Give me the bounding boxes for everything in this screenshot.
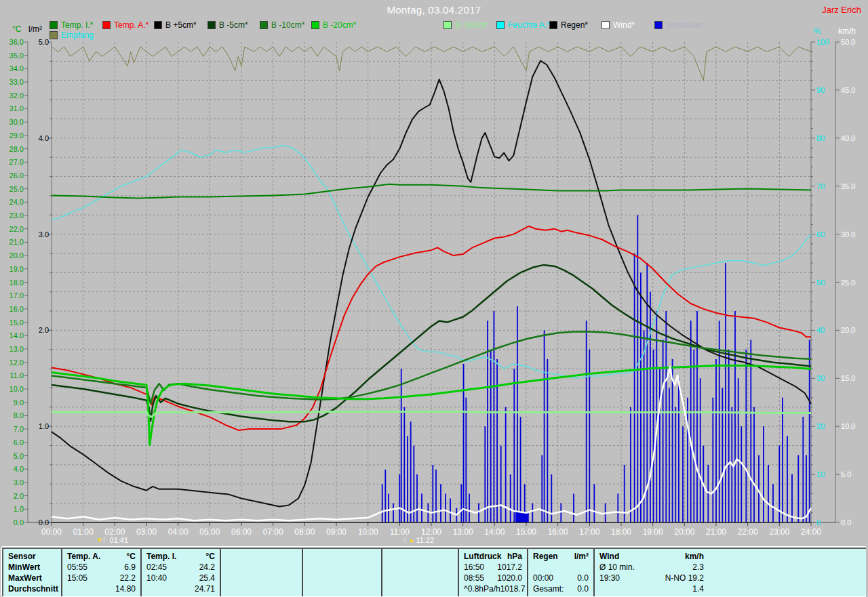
svg-text:03:00: 03:00 xyxy=(136,527,157,537)
svg-text:21.0: 21.0 xyxy=(9,238,24,246)
stat-value: 1020.0 xyxy=(497,573,522,583)
stat-value: 22.2 xyxy=(120,573,136,583)
stat-value: 0.0 xyxy=(577,583,589,594)
svg-text:18.0: 18.0 xyxy=(9,279,24,287)
svg-text:35.0: 35.0 xyxy=(841,182,855,190)
svg-text:1.0: 1.0 xyxy=(39,422,49,430)
col-unit: °C xyxy=(206,551,215,562)
svg-text:45.0: 45.0 xyxy=(841,86,855,94)
svg-text:15:00: 15:00 xyxy=(516,527,536,537)
col-header: Wind xyxy=(599,551,619,562)
stats-col-empty-3 xyxy=(381,549,458,596)
svg-text:8.0: 8.0 xyxy=(14,411,24,419)
svg-text:100: 100 xyxy=(816,38,829,46)
col-header: Temp. I. xyxy=(146,551,176,562)
svg-text:3.0: 3.0 xyxy=(39,230,49,239)
svg-text:15.0: 15.0 xyxy=(841,374,855,382)
svg-text:06:00: 06:00 xyxy=(231,527,252,537)
col-header: Regen xyxy=(533,551,558,562)
stat-value: 0.0 xyxy=(577,573,589,583)
stats-col-regen: Regenl/m²00:000.0Gesamt:0.0 xyxy=(527,549,593,596)
col-header: Luftdruck xyxy=(464,551,501,562)
stat-time: 19:30 xyxy=(599,573,620,583)
svg-text:4.0: 4.0 xyxy=(39,134,49,142)
svg-text:31.0: 31.0 xyxy=(9,104,24,112)
stat-value: 6.9 xyxy=(124,562,136,573)
svg-text:15.0: 15.0 xyxy=(9,318,24,327)
svg-text:50: 50 xyxy=(816,279,825,287)
stats-table: SensorMinWertMaxWertDurchschnittTemp. A.… xyxy=(2,548,866,596)
svg-text:07:00: 07:00 xyxy=(263,527,283,537)
weather-station-app: Montag, 03.04.2017 Jarz Erich Temp. I.*T… xyxy=(0,0,868,597)
col-unit: °C xyxy=(127,551,136,562)
svg-text:29.0: 29.0 xyxy=(9,131,24,140)
stat-time: 16:50 xyxy=(464,562,484,573)
svg-text:14:00: 14:00 xyxy=(484,527,505,537)
svg-text:4.0: 4.0 xyxy=(14,465,24,473)
svg-text:90: 90 xyxy=(816,86,825,94)
svg-text:23.0: 23.0 xyxy=(9,211,24,220)
col-header: Temp. A. xyxy=(67,551,100,562)
svg-text:40.0: 40.0 xyxy=(841,134,855,142)
svg-text:13:00: 13:00 xyxy=(453,527,473,537)
svg-text:36.0: 36.0 xyxy=(9,38,24,46)
stat-time: 02:45 xyxy=(146,562,167,573)
svg-text:32.0: 32.0 xyxy=(9,91,24,100)
svg-text:30: 30 xyxy=(816,374,825,382)
stats-row-labels: SensorMinWertMaxWertDurchschnitt xyxy=(3,549,61,596)
svg-text:0.0: 0.0 xyxy=(841,518,851,527)
svg-text:05:00: 05:00 xyxy=(199,527,220,537)
svg-text:0.0: 0.0 xyxy=(14,518,24,527)
marker-time: 11:22 xyxy=(416,536,434,544)
svg-text:12:00: 12:00 xyxy=(421,527,441,537)
svg-text:04:00: 04:00 xyxy=(168,527,189,537)
svg-text:21:00: 21:00 xyxy=(706,527,726,537)
stats-col-wind: Windkm/hØ 10 min.2.319:30N-NO 19.21.4 xyxy=(593,549,863,596)
svg-text:00:00: 00:00 xyxy=(41,527,62,537)
svg-text:12.0: 12.0 xyxy=(9,358,24,367)
col-unit: hPa xyxy=(507,551,522,562)
svg-text:01:00: 01:00 xyxy=(73,527,94,537)
svg-text:60: 60 xyxy=(816,230,825,239)
svg-text:02:00: 02:00 xyxy=(104,527,125,537)
stats-col-empty-1 xyxy=(220,549,302,596)
svg-text:14.0: 14.0 xyxy=(9,331,24,339)
svg-text:2.0: 2.0 xyxy=(14,492,24,500)
svg-text:33.0: 33.0 xyxy=(9,78,24,86)
stat-time: 05:55 xyxy=(67,562,87,573)
svg-text:08:00: 08:00 xyxy=(294,527,315,537)
svg-text:10.0: 10.0 xyxy=(9,385,24,393)
svg-text:17.0: 17.0 xyxy=(9,291,24,300)
svg-text:23:00: 23:00 xyxy=(769,527,789,537)
row-label: MaxWert xyxy=(3,573,61,583)
svg-text:19:00: 19:00 xyxy=(643,527,663,537)
moonset-marker: ▼☾01:41 xyxy=(97,536,129,544)
svg-text:50.0: 50.0 xyxy=(841,38,855,46)
stat-value: 1018.7 xyxy=(500,583,526,594)
stat-value: 14.80 xyxy=(115,583,136,594)
stat-value: 24.2 xyxy=(199,562,215,573)
svg-text:26.0: 26.0 xyxy=(9,171,24,180)
svg-text:40: 40 xyxy=(816,326,825,334)
arrow-down-icon: ▼☾ xyxy=(97,537,108,543)
stat-time: 15:05 xyxy=(67,573,87,583)
svg-text:5.0: 5.0 xyxy=(39,38,49,46)
svg-text:25.0: 25.0 xyxy=(841,279,855,287)
stat-value: 2.3 xyxy=(692,562,704,573)
svg-text:28.0: 28.0 xyxy=(9,145,24,153)
svg-text:18:00: 18:00 xyxy=(611,527,631,537)
row-label: Sensor xyxy=(3,551,61,562)
svg-text:24:00: 24:00 xyxy=(801,527,821,537)
svg-text:35.0: 35.0 xyxy=(9,52,24,60)
moonrise-marker: ☾▲11:22 xyxy=(403,536,434,544)
svg-text:5.0: 5.0 xyxy=(14,452,24,460)
stat-time: ^0.8hPa/h xyxy=(464,583,500,594)
stat-time: Gesamt: xyxy=(533,583,564,594)
stats-col-luftdruck: LuftdruckhPa16:501017.208:551020.0^0.8hP… xyxy=(458,549,527,596)
stat-value: 25.4 xyxy=(199,573,215,583)
svg-text:3.0: 3.0 xyxy=(14,478,24,487)
svg-text:7.0: 7.0 xyxy=(14,425,24,433)
svg-text:30.0: 30.0 xyxy=(9,118,24,126)
svg-text:13.0: 13.0 xyxy=(9,345,24,353)
col-unit: l/m² xyxy=(574,551,589,562)
